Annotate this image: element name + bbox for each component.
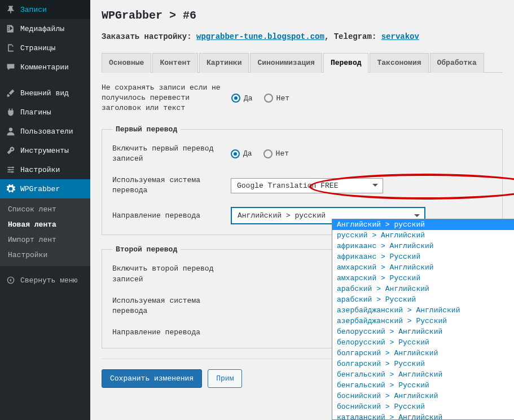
- radio-dot-icon: [231, 149, 240, 158]
- dropdown-option[interactable]: бенгальский > Английский: [332, 369, 514, 380]
- radio-dot-icon: [264, 94, 273, 103]
- tool-icon: [6, 145, 16, 156]
- admin-sidebar: Записи Медиафайлы Страницы Комментарии В…: [0, 0, 90, 420]
- sidebar-item-posts[interactable]: Записи: [0, 0, 90, 19]
- gear-icon: [6, 184, 16, 194]
- main-content: WPGrabber > #6 Заказать настройку: wpgra…: [90, 0, 514, 420]
- pin-icon: [6, 5, 16, 15]
- comment-icon: [6, 62, 16, 72]
- order-link[interactable]: wpgrabber-tune.blogspot.com: [196, 32, 324, 41]
- svg-point-0: [9, 128, 12, 131]
- sidebar-item-plugins[interactable]: Плагины: [0, 103, 90, 122]
- radio-no-save-yes[interactable]: Да: [231, 94, 253, 103]
- sidebar-item-appearance[interactable]: Внешний вид: [0, 83, 90, 103]
- sidebar-label: Страницы: [20, 44, 55, 52]
- save-button[interactable]: Сохранить изменения: [102, 369, 202, 388]
- dropdown-option[interactable]: болгарский > Английский: [332, 348, 514, 359]
- settings-icon: [6, 165, 16, 175]
- svg-point-1: [12, 166, 14, 168]
- sidebar-item-wpgrabber[interactable]: WPGrabber: [0, 179, 90, 198]
- direction-dropdown[interactable]: Английский > русскийрусский > Английский…: [332, 219, 514, 420]
- order-setup-line: Заказать настройку: wpgrabber-tune.blogs…: [102, 32, 503, 41]
- sidebar-item-pages[interactable]: Страницы: [0, 38, 90, 58]
- dropdown-option[interactable]: русский > Английский: [332, 230, 514, 241]
- plugin-icon: [6, 107, 16, 117]
- sidebar-label: Плагины: [20, 108, 51, 117]
- sidebar-item-tools[interactable]: Инструменты: [0, 141, 90, 160]
- dropdown-option[interactable]: африкаанс > Английский: [332, 241, 514, 251]
- tab-translate[interactable]: Перевод: [323, 53, 369, 73]
- tab-main[interactable]: Основные: [102, 53, 151, 73]
- submenu-import-feeds[interactable]: Импорт лент: [0, 232, 90, 247]
- tab-synonymization[interactable]: Синонимизация: [250, 53, 322, 73]
- chevron-down-icon: [372, 184, 378, 189]
- dropdown-option[interactable]: белорусский > Английский: [332, 326, 514, 337]
- dropdown-option[interactable]: арабский > Английский: [332, 284, 514, 294]
- sidebar-label: WPGrabber: [20, 185, 60, 193]
- dropdown-option[interactable]: африкаанс > Русский: [332, 251, 514, 262]
- sidebar-label: Внешний вид: [20, 89, 69, 98]
- dropdown-option[interactable]: каталанский > Английский: [332, 412, 514, 420]
- dropdown-option[interactable]: амхарский > Русский: [332, 273, 514, 284]
- telegram-link[interactable]: servakov: [381, 32, 419, 41]
- brush-icon: [6, 88, 16, 98]
- dropdown-option[interactable]: Английский > русский: [332, 219, 514, 230]
- label-no-save: Не сохранять записи если не получилось п…: [102, 83, 231, 114]
- radio-dot-icon: [263, 149, 273, 158]
- radio-first-yes[interactable]: Да: [231, 149, 252, 158]
- sidebar-label: Записи: [20, 6, 47, 14]
- dropdown-option[interactable]: болгарский > Русский: [332, 359, 514, 369]
- tab-processing[interactable]: Обработка: [430, 53, 484, 73]
- dropdown-option[interactable]: арабский > Русский: [332, 294, 514, 305]
- collapse-menu[interactable]: Свернуть меню: [0, 271, 90, 290]
- sidebar-label: Медиафайлы: [20, 25, 64, 33]
- sidebar-item-media[interactable]: Медиафайлы: [0, 19, 90, 38]
- radio-first-no[interactable]: Нет: [263, 149, 289, 158]
- dropdown-option[interactable]: белорусский > Русский: [332, 337, 514, 348]
- collapse-icon: [6, 275, 16, 285]
- tab-images[interactable]: Картинки: [199, 53, 249, 73]
- apply-button[interactable]: Прим: [208, 369, 242, 388]
- row-enable-first: Включить первый перевод записей Да Нет: [112, 144, 492, 164]
- user-icon: [6, 126, 16, 136]
- dropdown-option[interactable]: бенгальский > Русский: [332, 380, 514, 391]
- sidebar-label: Инструменты: [20, 147, 69, 155]
- select-first-system[interactable]: Google Translation FREE: [231, 178, 383, 193]
- submenu-new-feed[interactable]: Новая лента: [0, 217, 90, 232]
- page-title: WPGrabber > #6: [102, 9, 503, 22]
- dropdown-option[interactable]: азербайджанский > Английский: [332, 305, 514, 316]
- sidebar-label: Комментарии: [20, 63, 69, 72]
- radio-dot-icon: [231, 94, 240, 103]
- row-first-system: Используемая система перевода Google Tra…: [112, 175, 492, 196]
- legend-second: Второй перевод: [112, 245, 181, 254]
- sidebar-submenu: Список лент Новая лента Импорт лент Наст…: [0, 198, 90, 266]
- tab-taxonomy[interactable]: Таксономия: [370, 53, 428, 73]
- row-no-save-on-fail: Не сохранять записи если не получилось п…: [102, 83, 503, 114]
- settings-tabs: Основные Контент Картинки Синонимизация …: [102, 52, 503, 73]
- dropdown-option[interactable]: азербайджанский > Русский: [332, 316, 514, 326]
- svg-point-2: [8, 169, 10, 170]
- collapse-label: Свернуть меню: [20, 276, 77, 285]
- svg-point-3: [11, 171, 13, 173]
- dropdown-option[interactable]: боснийский > Русский: [332, 401, 514, 412]
- sidebar-item-comments[interactable]: Комментарии: [0, 58, 90, 77]
- submenu-settings[interactable]: Настройки: [0, 247, 90, 263]
- dropdown-option[interactable]: амхарский > Английский: [332, 262, 514, 273]
- sidebar-item-settings[interactable]: Настройки: [0, 160, 90, 179]
- sidebar-label: Настройки: [20, 166, 60, 174]
- tab-content[interactable]: Контент: [152, 53, 198, 73]
- radio-no-save-no[interactable]: Нет: [264, 94, 289, 103]
- submenu-feeds-list[interactable]: Список лент: [0, 202, 90, 217]
- legend-first: Первый перевод: [112, 125, 181, 134]
- sidebar-item-users[interactable]: Пользователи: [0, 122, 90, 141]
- page-icon: [6, 43, 16, 53]
- sidebar-label: Пользователи: [20, 127, 73, 136]
- media-icon: [6, 24, 16, 34]
- dropdown-option[interactable]: боснийский > Английский: [332, 391, 514, 401]
